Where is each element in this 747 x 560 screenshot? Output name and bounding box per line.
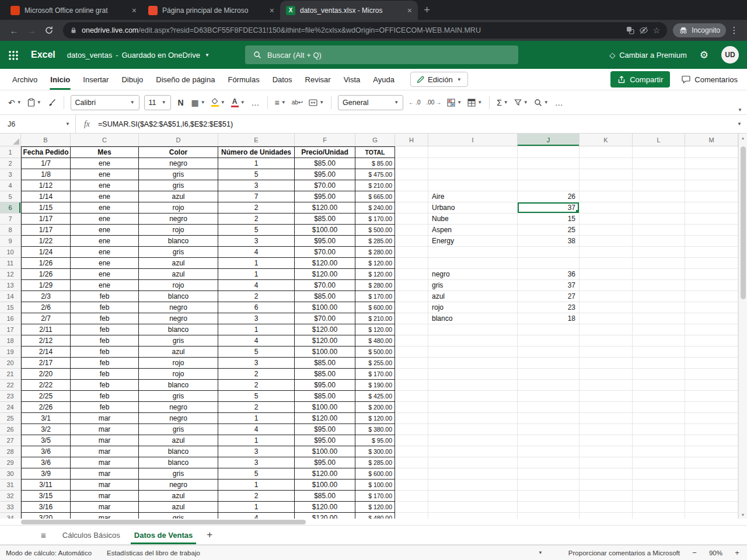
cell-K18[interactable] bbox=[580, 335, 633, 346]
cell-D17[interactable]: blanco bbox=[139, 324, 218, 335]
cell-E26[interactable]: 4 bbox=[218, 424, 295, 435]
cell-C2[interactable]: ene bbox=[71, 158, 139, 169]
column-header-J[interactable]: J bbox=[518, 134, 580, 146]
cell-D5[interactable]: azul bbox=[139, 191, 218, 202]
cell-D32[interactable]: azul bbox=[139, 491, 218, 502]
cell-H21[interactable] bbox=[395, 369, 428, 380]
cell-I33[interactable] bbox=[428, 502, 518, 513]
cell-F30[interactable]: $120.00 bbox=[295, 468, 355, 480]
cell-K3[interactable] bbox=[580, 169, 633, 180]
cell-E31[interactable]: 1 bbox=[218, 480, 295, 491]
cell-J3[interactable] bbox=[518, 169, 580, 180]
cell-B6[interactable]: 1/15 bbox=[21, 202, 71, 214]
cell-M34[interactable] bbox=[685, 513, 738, 519]
cell-G2[interactable]: $ 85.00 bbox=[355, 158, 395, 169]
cell-G22[interactable]: $ 190.00 bbox=[355, 380, 395, 391]
cell-F19[interactable]: $100.00 bbox=[295, 346, 355, 358]
cell-L22[interactable] bbox=[633, 380, 685, 391]
cell-L33[interactable] bbox=[633, 502, 685, 513]
cell-F10[interactable]: $70.00 bbox=[295, 247, 355, 258]
cell-G1[interactable]: TOTAL bbox=[355, 146, 395, 158]
cell-C8[interactable]: ene bbox=[71, 225, 139, 236]
cell-B25[interactable]: 3/1 bbox=[21, 413, 71, 424]
cell-J11[interactable] bbox=[518, 258, 580, 269]
cell-H23[interactable] bbox=[395, 391, 428, 402]
cell-H16[interactable] bbox=[395, 313, 428, 324]
row-header-8[interactable]: 8 bbox=[0, 225, 21, 236]
cell-I25[interactable] bbox=[428, 413, 518, 424]
cell-M1[interactable] bbox=[685, 146, 738, 158]
site-info-lock-icon[interactable] bbox=[70, 27, 77, 34]
cell-L9[interactable] bbox=[633, 236, 685, 247]
bold-button[interactable]: N bbox=[174, 94, 188, 111]
cell-G18[interactable]: $ 480.00 bbox=[355, 335, 395, 346]
cell-K6[interactable] bbox=[580, 202, 633, 214]
cell-H22[interactable] bbox=[395, 380, 428, 391]
cell-D13[interactable]: rojo bbox=[139, 280, 218, 291]
cell-F7[interactable]: $85.00 bbox=[295, 214, 355, 225]
cell-E28[interactable]: 3 bbox=[218, 446, 295, 457]
cell-K30[interactable] bbox=[580, 468, 633, 480]
cell-I13[interactable]: gris bbox=[428, 280, 518, 291]
find-button[interactable]: ▼ bbox=[532, 94, 551, 111]
cell-H4[interactable] bbox=[395, 180, 428, 191]
tab-vista[interactable]: Vista bbox=[337, 69, 367, 90]
scroll-up-icon[interactable]: ▲ bbox=[741, 134, 745, 142]
cell-M28[interactable] bbox=[685, 446, 738, 457]
cell-D15[interactable]: negro bbox=[139, 302, 218, 313]
cell-B24[interactable]: 2/26 bbox=[21, 402, 71, 413]
cell-M29[interactable] bbox=[685, 457, 738, 468]
cell-C3[interactable]: ene bbox=[71, 169, 139, 180]
cell-J26[interactable] bbox=[518, 424, 580, 435]
row-header-10[interactable]: 10 bbox=[0, 247, 21, 258]
row-header-18[interactable]: 18 bbox=[0, 335, 21, 346]
cell-E16[interactable]: 3 bbox=[218, 313, 295, 324]
cell-G14[interactable]: $ 170.00 bbox=[355, 291, 395, 302]
cell-C32[interactable]: mar bbox=[71, 491, 139, 502]
cell-D8[interactable]: rojo bbox=[139, 225, 218, 236]
tab-close-icon[interactable]: × bbox=[407, 6, 412, 15]
more-formatting-button[interactable]: … bbox=[249, 94, 263, 111]
cell-B12[interactable]: 1/26 bbox=[21, 269, 71, 280]
cell-D23[interactable]: gris bbox=[139, 391, 218, 402]
cell-L2[interactable] bbox=[633, 158, 685, 169]
cell-G15[interactable]: $ 600.00 bbox=[355, 302, 395, 313]
cell-D10[interactable]: gris bbox=[139, 247, 218, 258]
cell-I12[interactable]: negro bbox=[428, 269, 518, 280]
cell-L17[interactable] bbox=[633, 324, 685, 335]
feedback-link[interactable]: Proporcionar comentarios a Microsoft bbox=[568, 550, 680, 556]
cell-E24[interactable]: 2 bbox=[218, 402, 295, 413]
premium-button[interactable]: ◇ Cambiar a Premium bbox=[609, 51, 687, 60]
row-header-14[interactable]: 14 bbox=[0, 291, 21, 302]
row-header-31[interactable]: 31 bbox=[0, 480, 21, 491]
cell-G24[interactable]: $ 200.00 bbox=[355, 402, 395, 413]
alignment-button[interactable]: ≡▼ bbox=[273, 94, 288, 111]
cell-C22[interactable]: feb bbox=[71, 380, 139, 391]
cell-G34[interactable]: $ 480.00 bbox=[355, 513, 395, 519]
row-header-16[interactable]: 16 bbox=[0, 313, 21, 324]
cell-F15[interactable]: $100.00 bbox=[295, 302, 355, 313]
cell-G29[interactable]: $ 285.00 bbox=[355, 457, 395, 468]
cell-L4[interactable] bbox=[633, 180, 685, 191]
cell-C21[interactable]: feb bbox=[71, 369, 139, 380]
cell-B13[interactable]: 1/29 bbox=[21, 280, 71, 291]
cell-B7[interactable]: 1/17 bbox=[21, 214, 71, 225]
cell-H10[interactable] bbox=[395, 247, 428, 258]
cell-B10[interactable]: 1/24 bbox=[21, 247, 71, 258]
row-header-12[interactable]: 12 bbox=[0, 269, 21, 280]
cell-L32[interactable] bbox=[633, 491, 685, 502]
cell-K33[interactable] bbox=[580, 502, 633, 513]
cell-F3[interactable]: $95.00 bbox=[295, 169, 355, 180]
cell-L27[interactable] bbox=[633, 435, 685, 446]
cell-M24[interactable] bbox=[685, 402, 738, 413]
cell-E10[interactable]: 4 bbox=[218, 247, 295, 258]
cell-J18[interactable] bbox=[518, 335, 580, 346]
cell-H3[interactable] bbox=[395, 169, 428, 180]
cell-M14[interactable] bbox=[685, 291, 738, 302]
back-icon[interactable]: ← bbox=[6, 26, 22, 36]
name-box[interactable]: J6 ▼ bbox=[0, 115, 76, 133]
cell-M8[interactable] bbox=[685, 225, 738, 236]
row-header-17[interactable]: 17 bbox=[0, 324, 21, 335]
cell-L12[interactable] bbox=[633, 269, 685, 280]
cell-C1[interactable]: Mes bbox=[71, 146, 139, 158]
